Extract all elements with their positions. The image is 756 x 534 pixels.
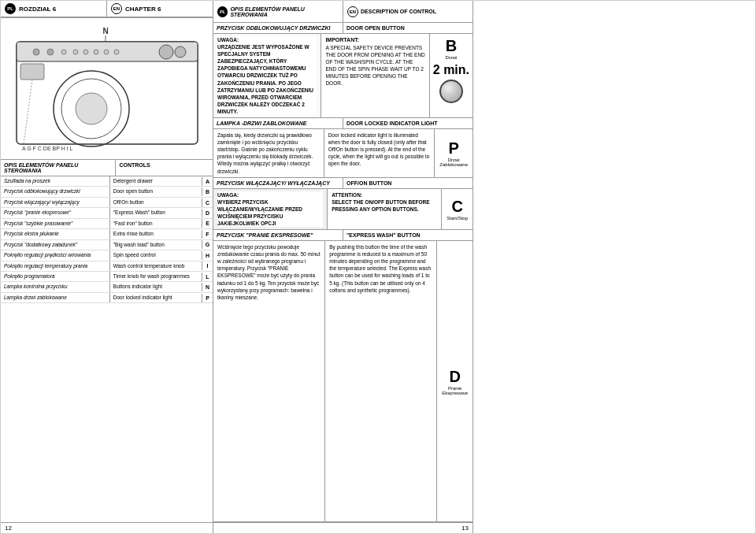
door-open-sublabel: Drzwi (445, 55, 457, 60)
left-panel: PL ROZDZIAŁ 6 EN CHAPTER 6 N (1, 1, 213, 533)
ctrl-pl-10: Lampka kontrolna przycisku (1, 282, 110, 291)
onoff-en-header: OFF/ON BUTTON (343, 178, 472, 188)
door-open-header-row: PRZYCISK ODBLOKOWUJĄCY DRZWICZKI DOOR OP… (213, 23, 472, 34)
washing-machine-svg: N A G F C (13, 26, 202, 152)
svg-rect-17 (20, 64, 44, 80)
svg-point-10 (104, 50, 109, 54)
badge-en: EN (111, 3, 122, 14)
list-item: Przycisk włączający/ wyłączający Off/On … (1, 198, 213, 208)
chapter-en-label: CHAPTER 6 (125, 6, 161, 13)
page-number-left: 12 (1, 522, 213, 533)
ctrl-letter-2: C (202, 198, 213, 207)
important-label: IMPORTANT: (325, 36, 424, 44)
ctrl-letter-5: F (202, 230, 213, 239)
controls-list: Szuflada na proszek Detergent drawer A P… (1, 176, 213, 522)
svg-point-7 (73, 50, 78, 54)
ctrl-pl-9: Pokrętło programatora (1, 272, 110, 281)
express-header-row: PRZYCISK "PRANIE EKSPRESOWE" "EXPRESS WA… (213, 230, 472, 241)
ctrl-pl-11: Lampka drzwi zablokowane (1, 293, 110, 302)
machine-diagram: N A G F C (1, 18, 213, 160)
list-item: Lampka kontrolna przycisku Buttons indic… (1, 282, 213, 292)
desc-control-mid: DESCRIPTION OF CONTROL (361, 9, 436, 14)
ctrl-en-10: Buttons indicator light (110, 282, 202, 291)
middle-panel: PL OPIS ELEMENTÓW PANELU STEROWANIA EN D… (213, 1, 473, 533)
door-locked-pl-header: LAMPKA -DRZWI ZABLOKOWANE (213, 118, 343, 128)
opis-pl-mid: OPIS ELEMENTÓW PANELU STEROWANIA (230, 6, 339, 17)
door-open-section: PRZYCISK ODBLOKOWUJĄCY DRZWICZKI DOOR OP… (213, 23, 472, 118)
ctrl-pl-4: Przycisk "szybkie prasowanie" (1, 219, 110, 228)
chapter-pl-label: ROZDZIAŁ 6 (19, 6, 56, 13)
middle-header: PL OPIS ELEMENTÓW PANELU STEROWANIA EN D… (213, 1, 472, 23)
onoff-body: UWAGA:WYBIERZ PRZYCISK WŁĄCZANIE/WYŁĄCZA… (213, 189, 472, 229)
express-pl-header: PRZYCISK "PRANIE EKSPRESOWE" (213, 230, 343, 240)
list-item: Szuflada na proszek Detergent drawer A (1, 176, 213, 187)
door-locked-body: Zapala się, kiedy drzwiczki są prawidłow… (213, 129, 472, 177)
door-locked-en-body: Door locked indicator light is illuminat… (324, 129, 435, 177)
svg-point-4 (33, 49, 39, 55)
two-min-label: 2 min. (433, 63, 469, 77)
express-letter-d: D (449, 368, 460, 386)
door-locked-section: LAMPKA -DRZWI ZABLOKOWANE DOOR LOCKED IN… (213, 118, 472, 178)
ctrl-letter-6: G (202, 240, 213, 249)
door-open-pl-header: PRZYCISK ODBLOKOWUJĄCY DRZWICZKI (213, 23, 343, 33)
ctrl-letter-7: H (202, 251, 213, 260)
ctrl-letter-9: L (202, 273, 213, 281)
door-locked-letter-p: P (448, 139, 458, 158)
ctrl-pl-7: Pokrętło regulacji prędkości wirowania (1, 250, 110, 260)
badge-pl: PL (5, 3, 16, 14)
door-locked-en-header: DOOR LOCKED INDICATOR LIGHT (343, 118, 472, 128)
ctrl-pl-6: Przycisk "dodatkowy załadunek" (1, 240, 110, 250)
page-number-right: 13 (213, 522, 472, 533)
onoff-pl-header: PRZYCISK WŁĄCZAJĄCY/ WYŁĄCZAJĄCY (213, 178, 343, 188)
onoff-pl-body: UWAGA:WYBIERZ PRZYCISK WŁĄCZANIE/WYŁĄCZA… (213, 189, 328, 229)
ctrl-en-2: Off/On button (110, 198, 202, 207)
ctrl-letter-11: P (202, 294, 213, 302)
express-letter-col: D PranieEkspresowe (436, 241, 472, 521)
express-en-header: "EXPRESS WASH" BUTTON (343, 230, 472, 240)
controls-header: OPIS ELEMENTÓW PANELU STEROWANIA CONTROL… (1, 160, 213, 176)
ctrl-letter-3: D (202, 209, 213, 217)
ctrl-en-1: Door open button (110, 187, 202, 196)
list-item: Lampka drzwi zablokowane Door locked ind… (1, 293, 213, 303)
ctrl-en-4: "Fast iron" button (110, 219, 202, 228)
door-open-en-header: DOOR OPEN BUTTON (343, 23, 472, 33)
list-item: Pokrętło regulacji prędkości wirowania S… (1, 250, 213, 261)
ctrl-en-9: Timer knob for wash programmes (110, 272, 202, 281)
express-en-body: By pushing this button the time of the w… (325, 241, 436, 521)
ctrl-letter-10: N (202, 283, 213, 291)
ctrl-en-7: Spin speed control (110, 250, 202, 260)
onoff-letter-c: C (451, 198, 462, 216)
list-item: Przycisk "dodatkowy załadunek" "Big wash… (1, 240, 213, 250)
ctrl-letter-1: B (202, 187, 213, 196)
door-open-pl-warning: UWAGA:URZĄDZENIE JEST WYPOSAŻONE W SPECJ… (217, 36, 317, 115)
chapter-en-box: EN CHAPTER 6 (107, 1, 213, 17)
express-sublabel: PranieEkspresowe (442, 386, 468, 395)
middle-title-pl: PL OPIS ELEMENTÓW PANELU STEROWANIA (213, 1, 343, 22)
door-open-en-body: IMPORTANT: A SPECIAL SAFETY DEVICE PREVE… (321, 34, 428, 117)
ctrl-letter-8: I (202, 261, 213, 270)
door-open-letter-b: B (446, 37, 457, 55)
door-locked-pl-body: Zapala się, kiedy drzwiczki są prawidłow… (213, 129, 324, 177)
express-body: Wciśnięcie tego przycisku powoduje zredu… (213, 241, 472, 521)
door-open-pl-body: UWAGA:URZĄDZENIE JEST WYPOSAŻONE W SPECJ… (213, 34, 321, 117)
ctrl-pl-3: Przycisk "pranie ekspresowe" (1, 208, 110, 217)
svg-point-9 (94, 50, 98, 54)
svg-point-11 (114, 50, 119, 54)
onoff-sublabel: Start/Stop (447, 216, 468, 221)
middle-title-en: EN DESCRIPTION OF CONTROL (343, 1, 472, 22)
onoff-en-attention: ATTENTION:SELECT THE ON/OFF BUTTON BEFOR… (332, 191, 437, 213)
list-item: Przycisk odblokowujący drzwiczki Door op… (1, 187, 213, 197)
door-knob-icon (439, 80, 463, 103)
ctrl-en-0: Detergent drawer (110, 176, 202, 186)
onoff-pl-warning: UWAGA:WYBIERZ PRZYCISK WŁĄCZANIE/WYŁĄCZA… (217, 191, 323, 227)
ctrl-pl-5: Przycisk ekstra płukanie (1, 229, 110, 239)
onoff-letter-col: C Start/Stop (441, 189, 472, 229)
badge-en-mid: EN (347, 6, 358, 17)
svg-point-6 (61, 50, 66, 54)
door-open-letter-col: B Drzwi 2 min. (429, 34, 472, 117)
controls-en-header: CONTROLS (116, 160, 213, 176)
ctrl-en-8: Wash control temperature knob (110, 261, 202, 271)
list-item: Pokrętło programatora Timer knob for was… (1, 272, 213, 282)
badge-pl-mid: PL (217, 6, 228, 17)
ctrl-pl-8: Pokrętło regulacji temperatury prania (1, 261, 110, 271)
